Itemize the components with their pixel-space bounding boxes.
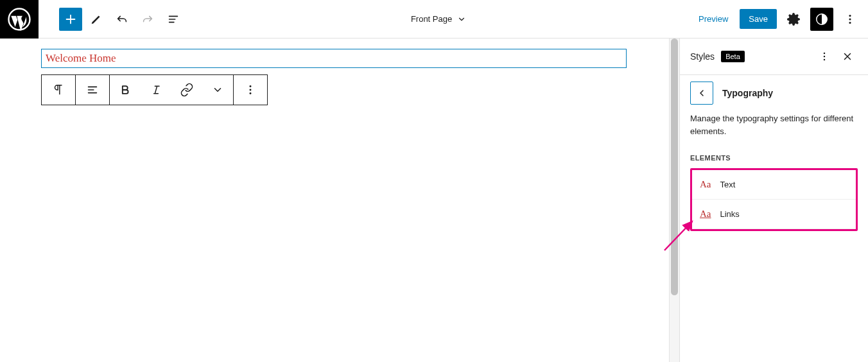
elements-heading: ELEMENTS: [680, 148, 868, 166]
block-more-options-button[interactable]: [234, 75, 267, 105]
chevron-down-icon: [457, 15, 466, 24]
page-title: Front Page: [411, 14, 452, 24]
page-title-dropdown[interactable]: Front Page: [185, 14, 692, 24]
svg-point-6: [250, 89, 252, 91]
undo-button[interactable]: [110, 8, 134, 31]
save-button[interactable]: Save: [740, 9, 777, 29]
svg-point-7: [250, 92, 252, 94]
svg-point-8: [824, 53, 826, 55]
svg-point-5: [250, 85, 252, 87]
element-label: Text: [720, 180, 736, 189]
text-icon: Aa: [700, 179, 711, 190]
italic-button[interactable]: [141, 75, 171, 105]
sidebar-description: Manage the typography settings for diffe…: [680, 111, 868, 148]
wordpress-logo[interactable]: [0, 0, 39, 39]
bold-button[interactable]: [110, 75, 141, 105]
paragraph-transform-button[interactable]: [42, 75, 75, 105]
element-item-links[interactable]: Aa Links: [692, 200, 856, 229]
redo-button[interactable]: [136, 8, 159, 31]
more-options-button[interactable]: [838, 8, 862, 31]
edit-tool-button[interactable]: [85, 8, 108, 31]
svg-point-10: [824, 59, 826, 61]
list-view-button[interactable]: [162, 8, 185, 31]
svg-point-2: [849, 14, 851, 16]
elements-list: Aa Text Aa Links: [690, 168, 858, 231]
sidebar-more-button[interactable]: [814, 46, 835, 67]
sidebar-title: Styles: [690, 51, 715, 62]
scrollbar[interactable]: [669, 39, 679, 362]
beta-badge: Beta: [721, 51, 745, 62]
element-item-text[interactable]: Aa Text: [692, 170, 856, 200]
add-block-button[interactable]: [59, 8, 82, 31]
more-formatting-button[interactable]: [202, 75, 233, 105]
block-toolbar: [41, 74, 268, 105]
svg-point-9: [824, 56, 826, 58]
heading-block[interactable]: Welcome Home: [41, 49, 627, 68]
settings-button[interactable]: [782, 8, 805, 31]
back-button[interactable]: [690, 82, 713, 105]
svg-point-4: [849, 21, 851, 23]
preview-button[interactable]: Preview: [692, 10, 734, 28]
sidebar-section-title: Typography: [722, 88, 773, 98]
element-label: Links: [720, 209, 740, 219]
sidebar-close-button[interactable]: [837, 46, 858, 67]
styles-panel-toggle[interactable]: [810, 8, 833, 31]
links-icon: Aa: [700, 209, 711, 220]
link-button[interactable]: [171, 75, 202, 105]
align-button[interactable]: [76, 75, 109, 105]
svg-point-3: [849, 18, 851, 20]
